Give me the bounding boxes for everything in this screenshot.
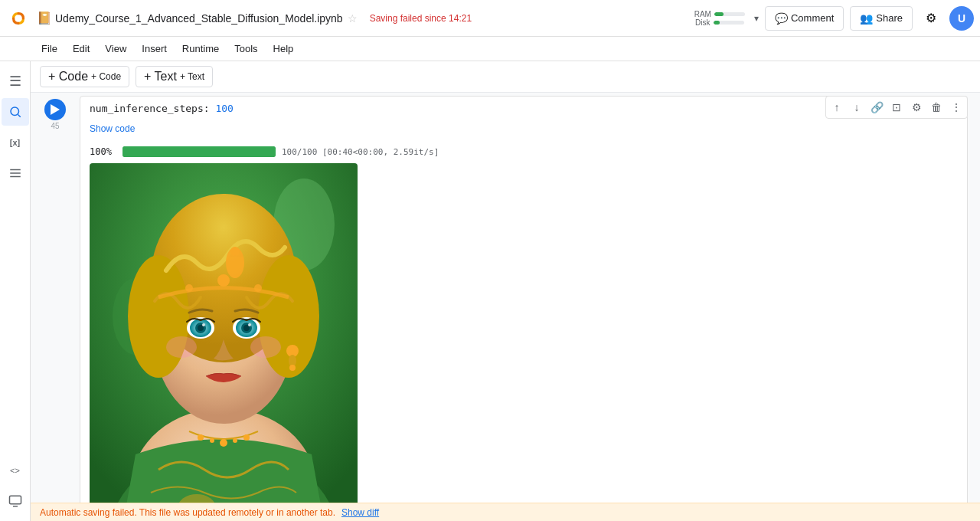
share-icon: 👥 [860,12,873,25]
cell-actions: ↑ ↓ 🔗 ⊡ ⚙ 🗑 ⋮ [825,96,968,119]
menu-bar: File Edit View Insert Runtime Tools Help [0,37,980,61]
generated-image-container [90,163,358,521]
svg-point-35 [250,336,281,358]
sidebar-terminal-icon[interactable] [2,487,29,515]
menu-insert[interactable]: Insert [134,37,175,61]
menu-edit[interactable]: Edit [65,37,97,61]
notebook-area: 45 num_inference_steps: 100 Show code 10… [31,93,980,521]
run-cell-button[interactable] [44,99,66,120]
plus-text-icon: + Text [144,70,177,84]
sidebar-variables-icon[interactable]: [x] [2,129,29,156]
status-message: Automatic saving failed. This file was u… [40,507,335,518]
link-cell-button[interactable]: 🔗 [867,98,886,116]
svg-rect-3 [9,496,21,504]
add-code-button[interactable]: + Code + Code [40,66,129,87]
progress-bar-container [122,146,276,157]
svg-point-38 [289,365,296,371]
sidebar: ☰ [x] <> [0,61,31,521]
code-cell: 45 num_inference_steps: 100 Show code 10… [31,93,980,521]
menu-file[interactable]: File [34,37,65,61]
code-value: 100 [215,103,233,114]
move-up-button[interactable]: ↑ [828,98,846,116]
svg-point-34 [166,336,197,358]
svg-point-14 [210,438,214,443]
delete-cell-button[interactable]: 🗑 [927,98,946,116]
notebook-file-icon: 📔 [37,11,52,25]
svg-point-28 [202,323,205,326]
svg-point-0 [6,6,31,31]
menu-view[interactable]: View [97,37,134,61]
comment-icon: 💬 [775,12,788,25]
svg-point-33 [248,323,251,326]
svg-point-20 [128,255,189,378]
svg-line-2 [18,114,20,116]
progress-label: 100/100 [00:40<00:00, 2.59it/s] [282,147,439,157]
svg-point-16 [233,438,237,443]
svg-point-1 [11,107,19,116]
cell-settings-button[interactable]: ⚙ [907,98,926,116]
disk-fill [714,21,720,25]
comment-button[interactable]: 💬 Comment [765,6,844,31]
gear-icon: ⚙ [926,11,936,25]
star-icon[interactable]: ☆ [348,12,358,25]
cell-line-number: 45 [51,122,59,130]
svg-point-21 [258,255,319,378]
disk-bar [714,21,744,25]
sidebar-code-icon[interactable]: <> [2,457,29,484]
cell-toolbar: + Code + Code + Text + Text [31,61,980,93]
main-content: + Code + Code + Text + Text 45 num_i [31,61,980,521]
ram-fill [714,12,724,16]
topbar-right: RAM Disk ▾ 💬 Comment 👥 Share ⚙ [694,6,974,31]
status-bar: Automatic saving failed. This file was u… [31,503,980,521]
saving-status: Saving failed since 14:21 [370,13,472,24]
svg-point-40 [185,284,193,292]
plus-icon: + Code [48,70,88,84]
disk-label: Disk [695,18,710,27]
code-variable: num_inference_steps [90,103,204,114]
cell-output: 100% 100/100 [00:40<00:00, 2.59it/s] [80,140,967,521]
sidebar-files-icon[interactable] [2,159,29,187]
generated-image-svg [90,163,358,521]
menu-help[interactable]: Help [266,37,302,61]
ram-disk-indicator: RAM Disk [694,10,745,27]
progress-bar-fill [122,146,276,157]
user-avatar[interactable]: U [949,6,974,31]
copy-cell-button[interactable]: ⊡ [887,98,906,116]
move-down-button[interactable]: ↓ [848,98,866,116]
ram-bar [714,12,745,16]
share-button[interactable]: 👥 Share [850,6,913,31]
svg-point-39 [217,274,230,287]
add-text-button[interactable]: + Text + Text [136,66,213,87]
ram-label: RAM [694,10,711,18]
notebook-title[interactable]: Udemy_Course_1_Advanced_Stable_Diffusion… [55,12,343,25]
more-cell-options-button[interactable]: ⋮ [947,98,965,116]
cell-gutter: 45 [31,96,80,130]
sidebar-menu-icon[interactable]: ☰ [2,67,29,95]
progress-row: 100% 100/100 [00:40<00:00, 2.59it/s] [90,146,958,157]
topbar: 📔 Udemy_Course_1_Advanced_Stable_Diffusi… [0,0,980,37]
progress-percent: 100% [90,146,116,157]
show-diff-link[interactable]: Show diff [341,507,379,518]
cell-body: num_inference_steps: 100 Show code 100% … [80,96,968,521]
sidebar-search-icon[interactable] [2,98,29,126]
colab-logo[interactable] [6,6,31,31]
svg-point-15 [220,439,227,447]
svg-point-23 [230,247,240,256]
svg-point-13 [198,434,204,441]
menu-tools[interactable]: Tools [227,37,265,61]
show-code-link[interactable]: Show code [80,120,967,140]
expand-resource-icon[interactable]: ▾ [754,13,759,24]
file-title-area: 📔 Udemy_Course_1_Advanced_Stable_Diffusi… [37,11,694,25]
settings-button[interactable]: ⚙ [919,6,943,31]
svg-point-17 [243,434,250,441]
svg-point-41 [254,284,262,292]
menu-runtime[interactable]: Runtime [175,37,227,61]
